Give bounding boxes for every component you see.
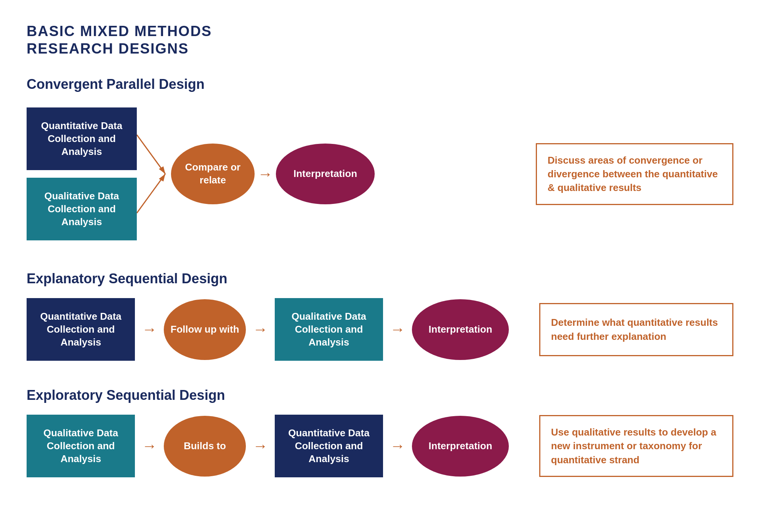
convergent-arrow1: → (255, 166, 276, 183)
explanatory-flow: Quantitative Data Collection and Analysi… (27, 298, 733, 361)
exploratory-flow: Qualitative Data Collection and Analysis… (27, 415, 733, 477)
diagonal-arrows-area (137, 104, 171, 244)
convergent-note-text: Discuss areas of convergence or divergen… (548, 153, 722, 195)
diagonal-arrows-svg (137, 104, 171, 244)
main-title: BASIC MIXED METHODS RESEARCH DESIGNS (27, 23, 733, 57)
exploratory-title: Exploratory Sequential Design (27, 387, 733, 403)
convergent-interpretation-ellipse: Interpretation (276, 144, 375, 204)
exploratory-note-box: Use qualitative results to develop a new… (539, 415, 733, 477)
convergent-note-box: Discuss areas of convergence or divergen… (536, 143, 733, 205)
explanatory-arrow2: → (250, 321, 271, 338)
explanatory-section: Explanatory Sequential Design Quantitati… (27, 271, 733, 361)
svg-marker-1 (159, 166, 165, 174)
explanatory-qual-box: Qualitative Data Collection and Analysis (275, 298, 383, 361)
explanatory-note-box: Determine what quantitative results need… (539, 303, 733, 356)
convergent-section: Convergent Parallel Design Quantitative … (27, 76, 733, 244)
explanatory-followup-ellipse: Follow up with (164, 299, 246, 360)
convergent-left-boxes: Quantitative Data Collection and Analysi… (27, 107, 137, 240)
explanatory-title: Explanatory Sequential Design (27, 271, 733, 287)
convergent-title: Convergent Parallel Design (27, 76, 733, 92)
convergent-compare-ellipse: Compare or relate (171, 144, 255, 204)
exploratory-arrow2: → (250, 437, 271, 455)
convergent-qual-box: Qualitative Data Collection and Analysis (27, 178, 137, 240)
exploratory-arrow3: → (387, 437, 408, 455)
explanatory-quant-box: Quantitative Data Collection and Analysi… (27, 298, 135, 361)
explanatory-arrow1: → (139, 321, 160, 338)
exploratory-builds-ellipse: Builds to (164, 416, 246, 477)
exploratory-qual-box: Qualitative Data Collection and Analysis (27, 415, 135, 477)
exploratory-quant-box: Quantitative Data Collection and Analysi… (275, 415, 383, 477)
exploratory-arrow1: → (139, 437, 160, 455)
explanatory-arrow3: → (387, 321, 408, 338)
explanatory-note-text: Determine what quantitative results need… (551, 316, 722, 343)
explanatory-interpretation-ellipse: Interpretation (412, 299, 509, 360)
convergent-quant-box: Quantitative Data Collection and Analysi… (27, 107, 137, 170)
exploratory-section: Exploratory Sequential Design Qualitativ… (27, 387, 733, 477)
exploratory-note-text: Use qualitative results to develop a new… (551, 425, 722, 467)
svg-marker-3 (159, 174, 165, 182)
exploratory-interpretation-ellipse: Interpretation (412, 416, 509, 477)
